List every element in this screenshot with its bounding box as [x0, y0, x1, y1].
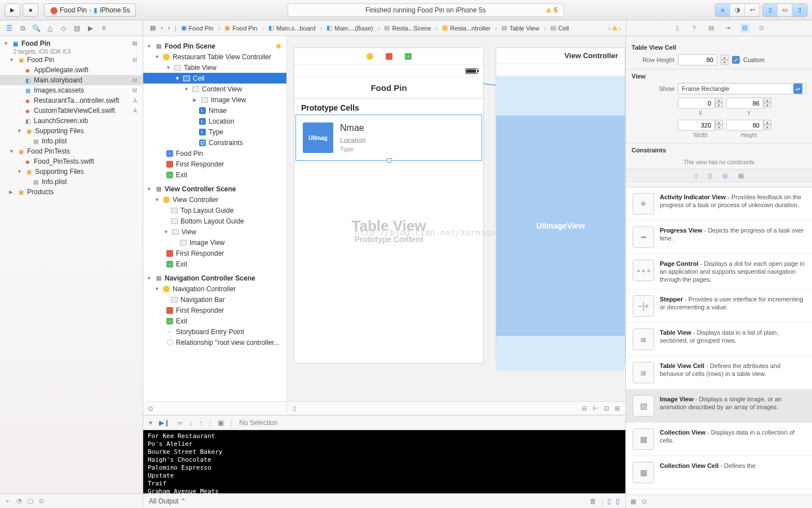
stop-button[interactable]: ■	[23, 3, 38, 17]
library-filter-icon[interactable]: ⊙	[642, 498, 647, 505]
file-launchscreen[interactable]: ◧LaunchScreen.xib	[0, 116, 143, 126]
outline-filter-icon[interactable]: ⊙	[148, 405, 153, 413]
version-editor-icon[interactable]: ↩	[745, 4, 760, 16]
cell-imageview[interactable]: UIImag	[303, 122, 333, 153]
height-field[interactable]	[726, 120, 764, 131]
variables-pane-icon[interactable]: ▯	[607, 497, 611, 505]
custom-checkbox[interactable]: ✓	[732, 56, 740, 64]
outline-exit-2[interactable]: →Exit	[143, 259, 286, 269]
file-inspector-icon[interactable]: ▯	[673, 24, 682, 33]
recent-filter-icon[interactable]: ◔	[16, 497, 22, 505]
history-buttons[interactable]: ▤ ‹ ›	[148, 24, 173, 32]
scheme-selector[interactable]: ⬤ Food Pin › ▮ iPhone 5s	[44, 3, 136, 17]
test-navigator-icon[interactable]: ◇	[59, 24, 68, 33]
continue-icon[interactable]: ▶❙	[159, 419, 170, 427]
issue-navigator-icon[interactable]: △	[45, 24, 54, 33]
prototype-cell[interactable]: UIImag Nmae Location Type	[295, 115, 482, 161]
debug-navigator-icon[interactable]: ▤	[72, 24, 81, 33]
row-height-field[interactable]	[678, 54, 717, 65]
file-template-icon[interactable]: ▯	[694, 172, 698, 179]
library-item[interactable]: ≣ Table View - Displays data in a list o…	[626, 323, 812, 356]
outline-first-responder-2[interactable]: First Responder	[143, 248, 286, 259]
cell-name-label[interactable]: Nmae	[340, 123, 365, 133]
library-item[interactable]: ∘∘∘ Page Control - Displays a dot for ea…	[626, 254, 812, 290]
library-item[interactable]: ✳ Activity Indicator View - Provides fee…	[626, 187, 812, 221]
media-library-icon[interactable]: ▦	[738, 172, 744, 179]
file-main-storyboard[interactable]: ◧Main.storyboardM	[0, 75, 143, 85]
standard-editor-icon[interactable]: ≡	[716, 4, 730, 16]
file-info-plist-2[interactable]: ▤Info.plist	[0, 177, 143, 187]
project-navigator-icon[interactable]: ☰	[5, 24, 14, 33]
crumb-2[interactable]: ◧Main.s...board	[266, 24, 318, 32]
vc-bottom-subview[interactable]	[496, 336, 625, 371]
attributes-inspector-icon[interactable]: ⇥	[723, 24, 732, 33]
file-custom-cell[interactable]: ◆CustomTableViewCell.swiftA	[0, 106, 143, 116]
library-item[interactable]: −|+ Stepper - Provides a user interface …	[626, 290, 812, 323]
outline-image-view[interactable]: ▶Image View	[143, 94, 286, 105]
identity-inspector-icon[interactable]: ▤	[707, 24, 716, 33]
outline-entry-point[interactable]: →Storyboard Entry Point	[143, 326, 286, 337]
width-field[interactable]	[678, 120, 715, 131]
debug-view-icon[interactable]: ▣	[218, 419, 224, 427]
cell-type-label[interactable]: Type	[340, 146, 365, 152]
cell-location-label[interactable]: Location	[340, 137, 365, 144]
step-over-icon[interactable]: ⤼	[176, 419, 182, 427]
group-products[interactable]: ▶▣Products	[0, 187, 143, 197]
view-controller-scene[interactable]: View Controller UIImageView	[496, 47, 625, 364]
outline-content-view[interactable]: ▼Content View	[143, 84, 286, 94]
scene-view-controller[interactable]: ▼▤View Controller Scene	[143, 183, 286, 194]
left-panel-icon[interactable]: ▯	[763, 4, 778, 16]
align-tool-icon[interactable]: ⊟	[582, 405, 587, 412]
search-navigator-icon[interactable]: 🔍	[32, 24, 41, 33]
outline-image-view-2[interactable]: Image View	[143, 237, 286, 248]
scene-food-pin[interactable]: ▼▤Food Pin Scene	[143, 41, 286, 51]
console-pane-icon[interactable]: ▯	[616, 497, 620, 505]
y-stepper[interactable]: ▴▾	[764, 98, 771, 109]
outline-food-pin-nav[interactable]: ‹Food Pin	[143, 148, 286, 159]
x-field[interactable]	[678, 98, 715, 109]
file-restaurant-controller[interactable]: ◆RestaurantTa...ontroller.swiftA	[0, 95, 143, 106]
resolve-tool-icon[interactable]: ⊡	[604, 405, 609, 412]
outline-vc[interactable]: ▼View Controller	[143, 194, 286, 205]
group-supporting-1[interactable]: ▼▣Supporting Files	[0, 126, 143, 136]
help-inspector-icon[interactable]: ?	[690, 24, 699, 33]
library-list[interactable]: ✳ Activity Indicator View - Provides fee…	[626, 187, 812, 494]
scene-nav-controller[interactable]: ▼▤Navigation Controller Scene	[143, 273, 286, 283]
symbol-navigator-icon[interactable]: ⧉	[18, 24, 27, 33]
project-root[interactable]: ▼▣ Food Pin M	[0, 38, 143, 49]
library-view-mode-icon[interactable]: ▦	[630, 498, 636, 505]
row-height-stepper[interactable]: ▴▾	[721, 55, 729, 65]
log-navigator-icon[interactable]: ≡	[99, 24, 108, 33]
show-select[interactable]: Frame Rectangle▴▾	[678, 83, 806, 94]
vc-icon[interactable]	[367, 53, 373, 60]
code-snippet-icon[interactable]: {}	[708, 172, 712, 179]
panel-toggle-segmented[interactable]: ▯ ▭ ▯	[762, 3, 807, 17]
outline-nmae[interactable]: LNmae	[143, 105, 286, 116]
outline-restaurant-vc[interactable]: ▼Restaurant Table View Controller	[143, 51, 286, 62]
step-in-icon[interactable]: ↓	[189, 419, 192, 427]
crumb-5[interactable]: Resta...ntroller	[440, 25, 493, 32]
x-stepper[interactable]: ▴▾	[715, 98, 723, 109]
outline-constraints[interactable]: Constraints	[143, 137, 286, 148]
crumb-6[interactable]: ▤Table View	[499, 24, 541, 32]
crumb-3[interactable]: ◧Main....(Base)	[324, 24, 375, 32]
library-item[interactable]: ▧ Image View - Displays a single image, …	[626, 389, 812, 423]
outline-exit-1[interactable]: →Exit	[143, 169, 286, 180]
filter-field-icon[interactable]: ⊙	[39, 497, 44, 505]
size-inspector-icon[interactable]: ⊟	[740, 24, 749, 33]
library-item[interactable]: ▦ Collection View - Displays data in a c…	[626, 423, 812, 456]
outline-table-view[interactable]: ▼Table View	[143, 62, 286, 73]
jump-bar[interactable]: ▤ ‹ › | ▣Food Pin› ▣Food Pin› ◧Main.s...…	[143, 20, 626, 36]
object-library-icon[interactable]: ◎	[722, 172, 728, 179]
table-vc-scene[interactable]: → Food Pin Prototype Cells UIImag Nmae L…	[294, 47, 484, 364]
console-output[interactable]: For Kee Restaurant Po's Atelier Bourke S…	[143, 430, 625, 493]
crumb-4[interactable]: ▤Resta...Scene	[382, 24, 433, 32]
outline-first-responder-1[interactable]: First Responder	[143, 159, 286, 169]
navbar-title[interactable]: Food Pin	[294, 77, 483, 99]
file-appdelegate[interactable]: ◆AppDelegate.swift	[0, 65, 143, 75]
crumb-0[interactable]: ▣Food Pin	[179, 24, 216, 32]
w-stepper[interactable]: ▴▾	[715, 120, 723, 131]
library-item[interactable]: ━ Progress View - Depicts the progress o…	[626, 221, 812, 254]
outline-relationship[interactable]: Relationship "root view controller...	[143, 337, 286, 348]
outline-cell[interactable]: ▼Cell	[143, 73, 286, 84]
